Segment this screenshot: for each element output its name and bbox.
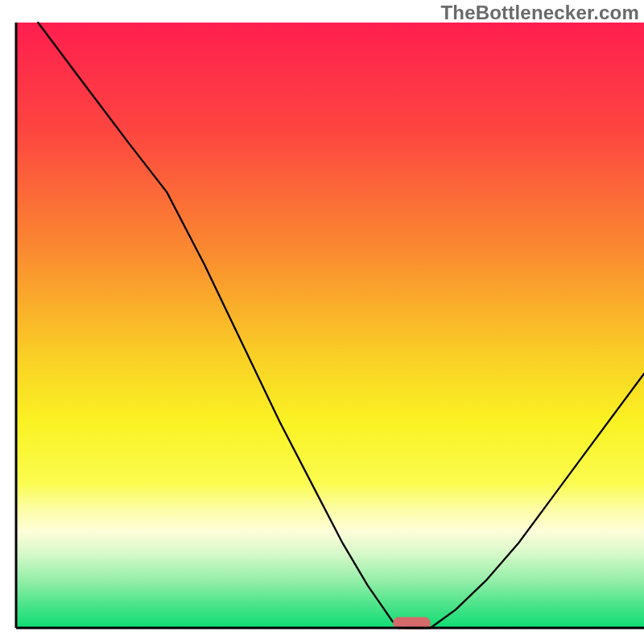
chart-background-gradient — [16, 23, 644, 628]
watermark-text: TheBottlenecker.com — [440, 2, 639, 24]
bottleneck-chart — [0, 0, 644, 644]
chart-container: TheBottlenecker.com — [0, 0, 644, 644]
